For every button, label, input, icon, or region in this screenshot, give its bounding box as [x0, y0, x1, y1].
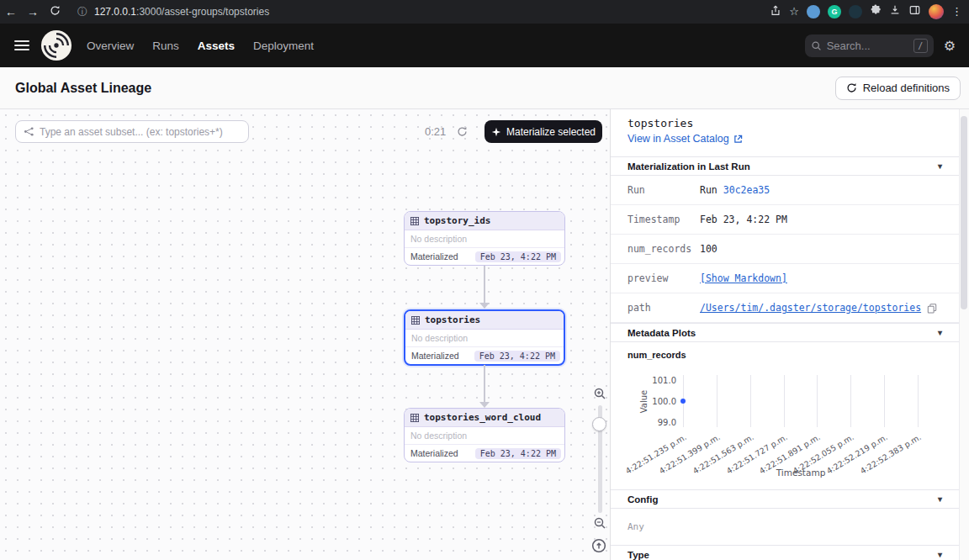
search-shortcut-hint: /	[913, 39, 928, 53]
browser-reload-icon[interactable]	[44, 5, 66, 18]
side-panel-icon[interactable]	[908, 4, 921, 19]
metadata-value: 100	[700, 243, 717, 255]
site-info-icon[interactable]: ⓘ	[77, 5, 87, 19]
metadata-label: preview	[611, 272, 700, 284]
browser-back-icon[interactable]: ←	[0, 5, 22, 18]
asset-node-description: No description	[405, 427, 564, 444]
chevron-down-icon: ▾	[938, 494, 942, 504]
asset-node-name: topstories	[425, 314, 480, 325]
downloads-icon[interactable]	[889, 4, 901, 19]
grammarly-extension-icon[interactable]: G	[828, 5, 841, 18]
asset-node-name: topstories_word_cloud	[424, 412, 541, 423]
asset-node-timestamp: Feb 23, 4:22 PM	[475, 448, 561, 459]
asset-subset-input[interactable]	[40, 126, 241, 138]
asset-table-icon	[411, 316, 420, 325]
section-heading-label: Type	[627, 550, 649, 560]
chevron-down-icon: ▾	[938, 161, 942, 171]
zoom-slider-knob[interactable]	[592, 417, 606, 431]
recenter-view-icon[interactable]	[591, 538, 606, 557]
global-search[interactable]: /	[805, 34, 934, 57]
path-link[interactable]: /Users/tim/.dagster/storage/topstories	[700, 302, 921, 314]
hamburger-menu-icon[interactable]	[14, 40, 29, 50]
metadata-row-preview: preview [Show Markdown]	[611, 264, 959, 293]
show-markdown-link[interactable]: [Show Markdown]	[700, 272, 787, 284]
metadata-row-run: Run Run 30c2ea35	[611, 176, 959, 205]
asset-node-name: topstory_ids	[424, 215, 490, 226]
view-in-asset-catalog-link[interactable]: View in Asset Catalog	[627, 133, 743, 145]
panel-scrollbar-thumb[interactable]	[961, 116, 967, 309]
chart-x-axis-label: Timestamp	[683, 468, 919, 478]
asset-node-timestamp: Feb 23, 4:22 PM	[475, 251, 561, 262]
graph-refresh-icon[interactable]	[457, 125, 468, 140]
url-path: :3000/asset-groups/topstories	[136, 6, 269, 18]
panel-scrollbar[interactable]	[959, 109, 969, 560]
profile-avatar[interactable]	[929, 4, 944, 19]
zoom-in-icon[interactable]	[593, 387, 606, 404]
metadata-row-timestamp: Timestamp Feb 23, 4:22 PM	[611, 205, 959, 235]
asset-table-icon	[410, 414, 419, 422]
asset-subset-filter[interactable]	[15, 120, 249, 143]
asset-node-status: Materialized	[410, 448, 458, 458]
browser-chrome: ← → ⓘ 127.0.0.1:3000/asset-groups/topsto…	[0, 0, 969, 24]
plot-title: num_records	[627, 350, 686, 360]
asset-node-footer: Materialized Feb 23, 4:22 PM	[405, 247, 564, 265]
refresh-timer: 0:21	[425, 120, 446, 143]
section-header-materialization[interactable]: Materialization in Last Run ▾	[611, 156, 959, 176]
asset-node-footer: Materialized Feb 23, 4:22 PM	[405, 444, 564, 462]
nav-item-deployment[interactable]: Deployment	[253, 40, 314, 52]
extension-icon-2[interactable]	[849, 5, 862, 18]
nav-item-overview[interactable]: Overview	[87, 40, 134, 52]
url-host: 127.0.0.1	[94, 6, 136, 18]
view-in-asset-catalog-label: View in Asset Catalog	[627, 133, 729, 145]
nav-item-runs[interactable]: Runs	[152, 40, 179, 52]
lineage-filter-icon	[24, 126, 34, 137]
page-title: Global Asset Lineage	[15, 81, 151, 96]
metadata-plot-area[interactable]	[683, 375, 919, 427]
reload-definitions-button[interactable]: Reload definitions	[835, 77, 961, 100]
asset-graph-canvas[interactable]: 0:21 Materialize selected topstory_ids N…	[0, 109, 611, 560]
search-input[interactable]	[827, 40, 908, 52]
section-header-metadata-plots[interactable]: Metadata Plots ▾	[611, 323, 959, 342]
section-heading-label: Metadata Plots	[627, 328, 696, 338]
section-header-type[interactable]: Type ▾	[611, 545, 959, 560]
asset-table-icon	[410, 217, 419, 225]
asset-node-topstory-ids[interactable]: topstory_ids No description Materialized…	[404, 211, 565, 266]
config-value: Any	[627, 521, 644, 532]
section-header-config[interactable]: Config ▾	[611, 489, 959, 509]
page-header: Global Asset Lineage Reload definitions	[0, 67, 969, 109]
selected-asset-name: topstories	[627, 117, 693, 129]
address-bar[interactable]: 127.0.0.1:3000/asset-groups/topstories	[94, 6, 269, 18]
reload-definitions-label: Reload definitions	[863, 82, 950, 94]
asset-details-panel: topstories View in Asset Catalog Materia…	[611, 109, 969, 560]
run-value-prefix: Run	[700, 184, 717, 196]
metadata-row-path: path /Users/tim/.dagster/storage/topstor…	[611, 293, 959, 323]
metadata-label: path	[611, 302, 700, 314]
search-icon	[811, 40, 822, 51]
browser-menu-icon[interactable]: ⋮	[951, 5, 962, 18]
bookmark-star-icon[interactable]: ☆	[789, 5, 799, 18]
chevron-down-icon: ▾	[938, 328, 942, 337]
asset-node-header: topstories_word_cloud	[405, 409, 564, 427]
chevron-down-icon: ▾	[938, 550, 942, 559]
zoom-out-icon[interactable]	[593, 516, 606, 533]
asset-node-topstories-word-cloud[interactable]: topstories_word_cloud No description Mat…	[404, 408, 565, 462]
settings-gear-icon[interactable]: ⚙	[944, 38, 956, 54]
main-nav-links: Overview Runs Assets Deployment	[87, 40, 314, 52]
dagster-logo[interactable]	[40, 29, 72, 61]
run-id-link[interactable]: 30c2ea35	[723, 184, 770, 196]
chart-data-point[interactable]	[680, 399, 686, 404]
external-link-icon	[733, 135, 743, 144]
browser-forward-icon[interactable]: →	[22, 5, 44, 18]
copy-icon[interactable]	[927, 303, 937, 314]
extensions-puzzle-icon[interactable]	[870, 4, 882, 19]
materialize-selected-button[interactable]: Materialize selected	[484, 120, 602, 143]
browser-action-icons: ☆ G ⋮	[770, 4, 962, 20]
nav-item-assets[interactable]: Assets	[198, 40, 235, 52]
section-heading-label: Config	[627, 494, 658, 505]
app-top-nav: Overview Runs Assets Deployment / ⚙	[0, 24, 969, 67]
share-icon[interactable]	[770, 4, 781, 20]
asset-node-topstories[interactable]: topstories No description Materialized F…	[404, 309, 565, 366]
section-heading-label: Materialization in Last Run	[627, 161, 750, 172]
extension-icon-1[interactable]	[807, 5, 820, 18]
asset-node-header: topstories	[405, 311, 564, 330]
